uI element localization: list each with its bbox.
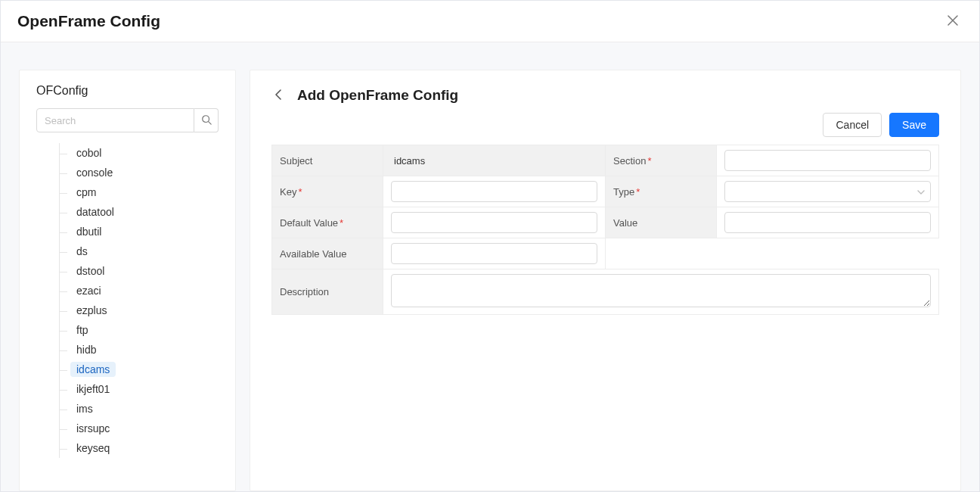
sidebar-item-console[interactable]: console: [70, 165, 119, 180]
label-subject: Subject: [272, 145, 383, 176]
sidebar-item-isrsupc[interactable]: isrsupc: [70, 421, 116, 436]
cell-default-value: [383, 207, 606, 238]
sidebar-item-ims[interactable]: ims: [70, 401, 99, 416]
sidebar-item-datatool[interactable]: datatool: [70, 204, 120, 220]
sidebar-item-dbutil[interactable]: dbutil: [70, 224, 107, 239]
sidebar-item-ezplus[interactable]: ezplus: [70, 303, 113, 318]
close-icon[interactable]: [943, 10, 963, 33]
type-select[interactable]: [724, 181, 931, 202]
description-textarea[interactable]: [391, 274, 931, 307]
save-button[interactable]: Save: [889, 113, 939, 137]
sidebar-title: OFConfig: [36, 84, 219, 98]
form-table: Subject idcams Section* Key*: [271, 145, 939, 315]
sidebar-item-dstool[interactable]: dstool: [70, 263, 110, 279]
body: OFConfig cobolconsolecpmdatatooldbutilds…: [1, 42, 979, 491]
label-key: Key*: [272, 176, 383, 207]
search-icon: [201, 114, 212, 127]
sidebar-item-ftp[interactable]: ftp: [70, 322, 95, 338]
cell-value: [717, 207, 939, 238]
sidebar-item-ezaci[interactable]: ezaci: [70, 283, 107, 298]
value-input[interactable]: [724, 212, 931, 233]
sidebar-item-keyseq[interactable]: keyseq: [70, 441, 116, 456]
search-button[interactable]: [194, 108, 219, 132]
main-panel: Add OpenFrame Config Cancel Save Subject…: [250, 70, 961, 491]
sidebar-item-ds[interactable]: ds: [70, 244, 94, 259]
sidebar-item-cpm[interactable]: cpm: [70, 185, 102, 200]
cell-type: [717, 176, 939, 207]
cell-section: [717, 145, 939, 176]
label-description: Description: [272, 269, 383, 315]
available-value-input[interactable]: [391, 243, 597, 264]
value-subject: idcams: [383, 145, 606, 176]
main-header: Add OpenFrame Config: [271, 87, 939, 104]
app-window: OpenFrame Config OFConfig cobolconsolecp…: [0, 0, 980, 492]
cell-description: [383, 269, 939, 315]
label-type: Type*: [606, 176, 717, 207]
sidebar-item-hidb[interactable]: hidb: [70, 342, 102, 357]
search-input[interactable]: [36, 108, 194, 132]
svg-line-1: [208, 121, 211, 124]
sidebar-item-idcams[interactable]: idcams: [70, 362, 116, 377]
label-section: Section*: [606, 145, 717, 176]
sidebar: OFConfig cobolconsolecpmdatatooldbutilds…: [19, 70, 236, 491]
main-title: Add OpenFrame Config: [297, 87, 458, 104]
cell-available-value: [383, 238, 606, 269]
key-input[interactable]: [391, 181, 597, 202]
sidebar-search: [36, 108, 219, 132]
svg-point-0: [202, 115, 209, 122]
header-title: OpenFrame Config: [17, 12, 160, 30]
label-value: Value: [606, 207, 717, 238]
back-icon[interactable]: [271, 87, 287, 104]
action-bar: Cancel Save: [271, 113, 939, 137]
section-input[interactable]: [724, 150, 931, 171]
label-available-value: Available Value: [272, 238, 383, 269]
cancel-button[interactable]: Cancel: [823, 113, 882, 137]
sidebar-item-cobol[interactable]: cobol: [70, 145, 107, 160]
sidebar-item-ikjeft01[interactable]: ikjeft01: [70, 381, 116, 397]
label-default-value: Default Value*: [272, 207, 383, 238]
default-value-input[interactable]: [391, 212, 597, 233]
header: OpenFrame Config: [1, 1, 979, 42]
cell-key: [383, 176, 606, 207]
sidebar-tree: cobolconsolecpmdatatooldbutildsdstooleza…: [36, 143, 219, 490]
